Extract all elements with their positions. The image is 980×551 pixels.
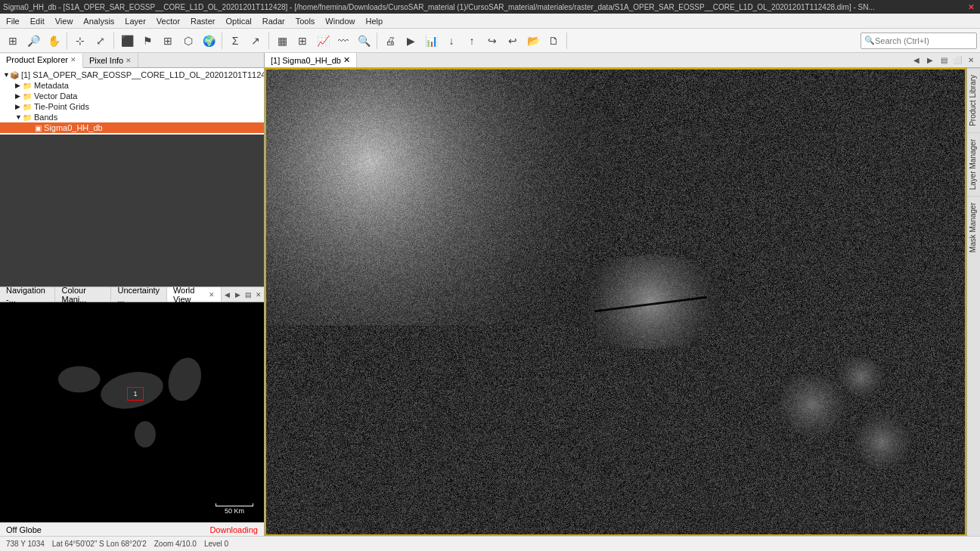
profile-toolbar-btn[interactable]: ↗ [246, 31, 265, 51]
tree-label-root: [1] S1A_OPER_SAR_EOSSP__CORE_L1D_OL_2020… [21, 70, 264, 79]
sum-toolbar-btn[interactable]: Σ [225, 31, 245, 51]
import-toolbar-btn[interactable]: ↑ [462, 31, 482, 51]
zoom-tool-toolbar-btn[interactable]: 🔎 [23, 31, 43, 51]
product-library-panel[interactable]: Product Library [967, 68, 980, 132]
menu-optical[interactable]: Optical [221, 16, 256, 26]
bottom-tab-controls: ◀▶▤✕ [222, 289, 264, 300]
tree-icon-vectordata: 📁 [23, 92, 32, 101]
tab-product-explorer[interactable]: Product Explorer✕ [0, 54, 83, 68]
tree-item-tiepointgrids[interactable]: ▶📁Tie-Point Grids [0, 101, 264, 112]
menu-window[interactable]: Window [321, 16, 359, 26]
sar-canvas [265, 68, 966, 536]
menu-radar[interactable]: Radar [258, 16, 290, 26]
menu-file[interactable]: File [2, 16, 24, 26]
layer-manager-panel[interactable]: Layer Manager [967, 132, 980, 196]
pan-toolbar-btn[interactable]: ✋ [44, 31, 64, 51]
menu-view[interactable]: View [51, 16, 78, 26]
menu-vector[interactable]: Vector [152, 16, 185, 26]
bottom-tab-colour-mani-[interactable]: Colour Mani... [55, 287, 111, 302]
prev-tab-btn[interactable]: ◀ [222, 289, 232, 300]
redo-toolbar-btn[interactable]: ↪ [482, 31, 502, 51]
undo-toolbar-btn[interactable]: ↩ [503, 31, 523, 51]
tree-item-sigma0[interactable]: ▣Sigma0_HH_db [0, 122, 264, 133]
pins-toolbar-btn[interactable]: ⚑ [138, 31, 157, 51]
title-bar: Sigma0_HH_db - [S1A_OPER_SAR_EOSSP__CORE… [0, 0, 980, 14]
image-tab-controls: ◀▶▤⬜✕ [910, 54, 980, 67]
img-prev-btn[interactable]: ◀ [910, 54, 923, 67]
linechart-toolbar-btn[interactable]: 📈 [313, 31, 333, 51]
bottom-tab-world-view[interactable]: World View ✕ [167, 287, 222, 302]
image-display[interactable] [265, 68, 966, 536]
grid-toolbar-btn[interactable]: ⊞ [158, 31, 178, 51]
image-tab-close[interactable]: ✕ [343, 55, 350, 65]
image-tab-sigma0[interactable]: [1] Sigma0_HH_db ✕ [265, 53, 357, 67]
new-toolbar-btn[interactable]: 🗋 [544, 31, 563, 51]
tree-label-vectordata: Vector Data [34, 91, 77, 101]
bottom-tab-close-worldview[interactable]: ✕ [209, 291, 215, 299]
fit-toolbar-btn[interactable]: ⤢ [91, 31, 110, 51]
tree-item-metadata[interactable]: ▶📁Metadata [0, 80, 264, 91]
close-panel-btn[interactable]: ✕ [253, 289, 264, 300]
bottom-tab-uncertainty-[interactable]: Uncertainty ... [111, 287, 166, 302]
main-content: Product Explorer✕Pixel Info✕ ▼📦[1] S1A_O… [0, 53, 980, 536]
search-box[interactable]: 🔍 [861, 33, 977, 49]
tree-item-root[interactable]: ▼📦[1] S1A_OPER_SAR_EOSSP__CORE_L1D_OL_20… [0, 70, 264, 80]
off-globe-label: Off Globe [6, 525, 42, 534]
menu-layer[interactable]: Layer [120, 16, 150, 26]
next-tab-btn[interactable]: ▶ [232, 289, 243, 300]
tree-icon-root: 📦 [10, 71, 19, 79]
scale-bar [216, 503, 253, 506]
tree-item-vectordata[interactable]: ▶📁Vector Data [0, 91, 264, 101]
bottom-status-bar: Off Globe Downloading [0, 522, 264, 536]
status-bar: 738 Y 1034 Lat 64°50'02" S Lon 68°20'2 Z… [0, 536, 980, 551]
tree-item-bands[interactable]: ▼📁Bands [0, 112, 264, 122]
world-view-panel: 1 50 Km [0, 302, 264, 522]
search-input[interactable] [875, 36, 973, 45]
open-toolbar-btn[interactable]: 📂 [523, 31, 543, 51]
right-panel: [1] Sigma0_HH_db ✕◀▶▤⬜✕ Product Library … [265, 53, 980, 536]
tree-icon-sigma0: ▣ [35, 124, 42, 132]
navigate-toolbar-btn[interactable]: ⊹ [70, 31, 90, 51]
tree-arrow-vectordata: ▶ [15, 92, 23, 100]
search-icon: 🔍 [864, 36, 875, 45]
img-restore-btn[interactable]: ⬜ [951, 54, 963, 67]
toolbar: ⊞🔎✋⊹⤢⬛⚑⊞⬡🌍Σ↗▦⊞📈〰🔍🖨▶📊↓↑↪↩📂🗋 🔍 [0, 29, 980, 53]
downloading-label: Downloading [209, 525, 258, 534]
world-toolbar-btn[interactable]: 🌍 [199, 31, 219, 51]
menu-tools[interactable]: Tools [291, 16, 320, 26]
graph-toolbar-btn[interactable]: 📊 [421, 31, 441, 51]
print-toolbar-btn[interactable]: 🖨 [380, 31, 400, 51]
spectrum-toolbar-btn[interactable]: 〰 [333, 31, 353, 51]
img-list-btn[interactable]: ▤ [938, 54, 950, 67]
img-close-btn[interactable]: ✕ [965, 54, 977, 67]
tree-icon-tiepointgrids: 📁 [23, 103, 32, 111]
menu-bar: FileEditViewAnalysisLayerVectorRasterOpt… [0, 14, 980, 29]
zoom-status: Zoom 4/10.0 [154, 540, 197, 548]
top-tabs: Product Explorer✕Pixel Info✕ [0, 53, 264, 68]
scale-label: 50 Km [225, 507, 244, 515]
close-button[interactable]: ✕ [965, 3, 977, 11]
tree-arrow-tiepointgrids: ▶ [15, 103, 23, 110]
search2-toolbar-btn[interactable]: 🔍 [354, 31, 374, 51]
tab-close-pixel-info[interactable]: ✕ [126, 57, 132, 64]
bottom-tab-navigation---[interactable]: Navigation -... [0, 287, 55, 302]
menu-btn[interactable]: ▤ [243, 289, 253, 300]
menu-analysis[interactable]: Analysis [79, 16, 119, 26]
tab-pixel-info[interactable]: Pixel Info✕ [83, 53, 138, 67]
mask-manager-panel[interactable]: Mask Manager [967, 196, 980, 258]
run-toolbar-btn[interactable]: ▶ [401, 31, 420, 51]
zoom-out-toolbar-btn[interactable]: ⊞ [3, 31, 23, 51]
mask-toolbar-btn[interactable]: ⬛ [117, 31, 137, 51]
img-next-btn[interactable]: ▶ [924, 54, 936, 67]
export-toolbar-btn[interactable]: ↓ [442, 31, 461, 51]
histogram-toolbar-btn[interactable]: ▦ [272, 31, 292, 51]
menu-help[interactable]: Help [361, 16, 387, 26]
tab-close-product-explorer[interactable]: ✕ [70, 56, 76, 63]
menu-raster[interactable]: Raster [186, 16, 219, 26]
nav-scale: 50 Km [216, 503, 253, 515]
scatter-toolbar-btn[interactable]: ⊞ [293, 31, 312, 51]
layer-toolbar-btn[interactable]: ⬡ [178, 31, 198, 51]
menu-edit[interactable]: Edit [26, 16, 49, 26]
tree-label-metadata: Metadata [34, 81, 69, 90]
tree-label-bands: Bands [34, 113, 57, 122]
